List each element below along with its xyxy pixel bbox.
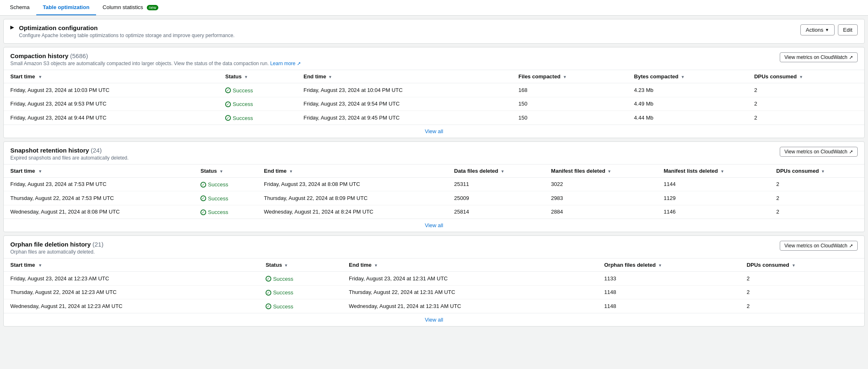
config-title: Optimization configuration bbox=[19, 24, 235, 31]
external-link-icon: ➚ bbox=[849, 54, 853, 60]
end-time-cell: Wednesday, August 21, 2024 at 8:24 PM UT… bbox=[257, 205, 447, 219]
snapshot-table-header-row: Start time ▼ Status ▾ End time ▾ Data fi… bbox=[4, 165, 864, 178]
dpus-consumed-cell: 2 bbox=[748, 97, 864, 111]
col-end-time[interactable]: End time ▾ bbox=[257, 165, 447, 178]
compaction-learn-more[interactable]: Learn more ➚ bbox=[270, 61, 301, 66]
dpus-consumed-cell: 2 bbox=[740, 299, 864, 313]
col-start-time[interactable]: Start time ▼ bbox=[4, 259, 259, 272]
success-icon: ✓ bbox=[225, 101, 231, 107]
success-icon: ✓ bbox=[200, 195, 206, 201]
compaction-table: Start time ▼ Status ▾ End time ▾ Files c… bbox=[4, 70, 864, 125]
status-badge: ✓ Success bbox=[225, 101, 253, 107]
col-dpus-consumed[interactable]: DPUs consumed ▾ bbox=[740, 259, 864, 272]
files-compacted-cell: 150 bbox=[512, 97, 627, 111]
col-status[interactable]: Status ▾ bbox=[194, 165, 257, 178]
orphan-view-all-row: View all bbox=[4, 313, 864, 326]
col-end-time[interactable]: End time ▾ bbox=[342, 259, 597, 272]
orphan-table: Start time ▼ Status ▾ End time ▾ Orphan … bbox=[4, 259, 864, 313]
end-time-cell: Thursday, August 22, 2024 at 8:09 PM UTC bbox=[257, 191, 447, 205]
manifest-lists-deleted-cell: 1129 bbox=[657, 191, 769, 205]
compaction-cloudwatch-button[interactable]: View metrics on CloudWatch ➚ bbox=[780, 52, 858, 62]
sort-icon: ▾ bbox=[721, 169, 723, 174]
orphan-files-deleted-cell: 1148 bbox=[597, 299, 740, 313]
success-icon: ✓ bbox=[266, 290, 271, 296]
external-link-icon: ➚ bbox=[849, 149, 853, 155]
snapshot-view-all-link[interactable]: View all bbox=[425, 222, 443, 228]
col-dpus-consumed[interactable]: DPUs consumed ▾ bbox=[770, 165, 864, 178]
main-content: ▶ Optimization configuration Configure A… bbox=[0, 19, 868, 327]
col-end-time[interactable]: End time ▾ bbox=[297, 70, 512, 83]
status-badge: ✓ Success bbox=[266, 289, 293, 296]
manifest-files-deleted-cell: 2983 bbox=[544, 191, 657, 205]
sort-icon: ▾ bbox=[329, 75, 331, 79]
dpus-consumed-cell: 2 bbox=[770, 205, 864, 219]
config-text: Optimization configuration Configure Apa… bbox=[19, 24, 235, 38]
snapshot-table: Start time ▼ Status ▾ End time ▾ Data fi… bbox=[4, 165, 864, 219]
success-icon: ✓ bbox=[225, 115, 231, 121]
col-dpus-consumed[interactable]: DPUs consumed ▾ bbox=[748, 70, 864, 83]
snapshot-title: Snapshot retention history (24) bbox=[10, 147, 129, 154]
actions-button[interactable]: Actions ▼ bbox=[800, 24, 835, 35]
sort-icon: ▾ bbox=[501, 169, 503, 174]
col-status[interactable]: Status ▾ bbox=[259, 259, 342, 272]
table-row: Thursday, August 22, 2024 at 7:53 PM UTC… bbox=[4, 191, 864, 205]
orphan-files-deleted-cell: 1133 bbox=[597, 272, 740, 286]
tab-schema[interactable]: Schema bbox=[3, 0, 36, 15]
orphan-view-all-link[interactable]: View all bbox=[425, 317, 443, 323]
status-cell: ✓ Success bbox=[194, 191, 257, 205]
status-badge: ✓ Success bbox=[266, 276, 293, 282]
orphan-header-left: Orphan file deletion history (21) Orphan… bbox=[10, 241, 104, 255]
start-time-cell: Friday, August 23, 2024 at 12:23 AM UTC bbox=[4, 272, 259, 286]
start-time-cell: Friday, August 23, 2024 at 9:44 PM UTC bbox=[4, 111, 219, 125]
snapshot-view-all-row: View all bbox=[4, 219, 864, 232]
tab-column-statistics[interactable]: Column statistics new bbox=[96, 0, 165, 15]
compaction-desc: Small Amazon S3 objects are automaticall… bbox=[10, 61, 301, 66]
orphan-files-deleted-cell: 1148 bbox=[597, 285, 740, 299]
dpus-consumed-cell: 2 bbox=[748, 83, 864, 97]
col-manifest-files-deleted[interactable]: Manifest files deleted ▾ bbox=[544, 165, 657, 178]
sort-icon: ▾ bbox=[564, 75, 566, 79]
col-files-compacted[interactable]: Files compacted ▾ bbox=[512, 70, 627, 83]
status-cell: ✓ Success bbox=[194, 177, 257, 191]
end-time-cell: Thursday, August 22, 2024 at 12:31 AM UT… bbox=[342, 285, 597, 299]
sort-icon: ▾ bbox=[682, 75, 684, 79]
start-time-cell: Thursday, August 22, 2024 at 12:23 AM UT… bbox=[4, 285, 259, 299]
sort-icon: ▼ bbox=[38, 169, 42, 174]
dpus-consumed-cell: 2 bbox=[740, 285, 864, 299]
sort-icon: ▾ bbox=[220, 169, 222, 174]
status-badge: ✓ Success bbox=[225, 115, 253, 121]
start-time-cell: Thursday, August 22, 2024 at 7:53 PM UTC bbox=[4, 191, 194, 205]
external-link-icon: ➚ bbox=[849, 243, 853, 249]
compaction-view-all-link[interactable]: View all bbox=[425, 128, 443, 134]
snapshot-cloudwatch-button[interactable]: View metrics on CloudWatch ➚ bbox=[780, 147, 858, 157]
compaction-view-all-row: View all bbox=[4, 125, 864, 138]
col-start-time[interactable]: Start time ▼ bbox=[4, 165, 194, 178]
col-start-time[interactable]: Start time ▼ bbox=[4, 70, 219, 83]
compaction-header-left: Compaction history (5686) Small Amazon S… bbox=[10, 52, 301, 66]
col-manifest-lists-deleted[interactable]: Manifest lists deleted ▾ bbox=[657, 165, 769, 178]
tab-table-optimization[interactable]: Table optimization bbox=[36, 0, 96, 15]
col-data-files-deleted[interactable]: Data files deleted ▾ bbox=[447, 165, 544, 178]
sort-icon: ▼ bbox=[38, 263, 42, 268]
config-actions: Actions ▼ Edit bbox=[800, 24, 858, 35]
start-time-cell: Wednesday, August 21, 2024 at 12:23 AM U… bbox=[4, 299, 259, 313]
files-compacted-cell: 168 bbox=[512, 83, 627, 97]
col-bytes-compacted[interactable]: Bytes compacted ▾ bbox=[628, 70, 748, 83]
tabs-bar: Schema Table optimization Column statist… bbox=[0, 0, 868, 16]
orphan-cloudwatch-button[interactable]: View metrics on CloudWatch ➚ bbox=[780, 241, 858, 251]
start-time-cell: Friday, August 23, 2024 at 7:53 PM UTC bbox=[4, 177, 194, 191]
dpus-consumed-cell: 2 bbox=[770, 191, 864, 205]
col-status[interactable]: Status ▾ bbox=[219, 70, 297, 83]
orphan-file-section: Orphan file deletion history (21) Orphan… bbox=[3, 235, 865, 327]
end-time-cell: Friday, August 23, 2024 at 12:31 AM UTC bbox=[342, 272, 597, 286]
col-orphan-files-deleted[interactable]: Orphan files deleted ▾ bbox=[597, 259, 740, 272]
table-row: Friday, August 23, 2024 at 12:23 AM UTC … bbox=[4, 272, 864, 286]
sort-icon: ▾ bbox=[375, 263, 377, 268]
status-cell: ✓ Success bbox=[194, 205, 257, 219]
orphan-title: Orphan file deletion history (21) bbox=[10, 241, 104, 248]
data-files-deleted-cell: 25311 bbox=[447, 177, 544, 191]
end-time-cell: Wednesday, August 21, 2024 at 12:31 AM U… bbox=[342, 299, 597, 313]
data-files-deleted-cell: 25814 bbox=[447, 205, 544, 219]
edit-button[interactable]: Edit bbox=[838, 24, 858, 35]
sort-icon: ▾ bbox=[608, 169, 610, 174]
